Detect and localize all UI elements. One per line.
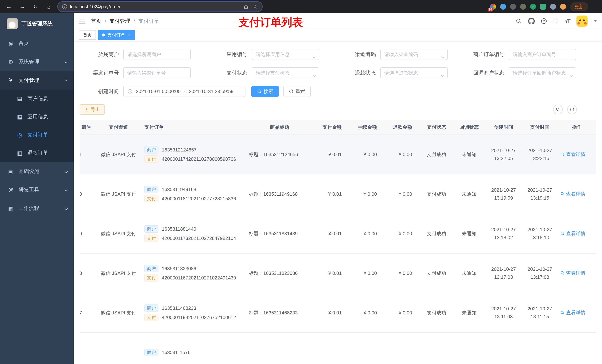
- chevron-down-icon: [64, 207, 68, 210]
- reset-button[interactable]: 重置: [283, 86, 311, 97]
- table-toolbar: 导出: [80, 104, 596, 115]
- extension-icon-2[interactable]: [500, 4, 506, 10]
- pay-badge: 支付: [144, 235, 159, 242]
- extension-icon-7[interactable]: [550, 4, 556, 10]
- fee-amount: ¥ 0.00: [350, 135, 385, 174]
- merchant-order-no: 1635311468233: [162, 305, 196, 311]
- user-avatar[interactable]: [576, 16, 588, 27]
- merchant-order-no: 1635311949168: [162, 187, 196, 192]
- sidebar-item-home[interactable]: ◉ 首页: [0, 34, 74, 52]
- pay-status: 支付成功: [420, 214, 453, 253]
- extension-icon-6[interactable]: [540, 4, 546, 10]
- refund-status-select[interactable]: [380, 67, 448, 78]
- merchant-order-no: 1635312124657: [162, 147, 197, 153]
- share-icon[interactable]: [243, 4, 249, 9]
- table-row: 17 微信 JSAPI 支付 商户1635311468233 支付4200001…: [80, 293, 596, 333]
- sidebar-item-pay-order[interactable]: ◎ 支付订单: [0, 126, 74, 144]
- filter-label: 支付状态: [208, 69, 252, 76]
- filter-label: 退款状态: [336, 69, 380, 76]
- forward-icon[interactable]: →: [18, 2, 27, 11]
- reload-icon[interactable]: ↻: [31, 2, 40, 11]
- monitor-icon: ▣: [7, 168, 14, 175]
- sidebar-item-infra[interactable]: ▣ 基础设施: [0, 162, 74, 180]
- help-icon[interactable]: ?: [541, 18, 547, 24]
- breadcrumb-payment[interactable]: 支付管理: [110, 18, 130, 25]
- close-tab-icon[interactable]: ×: [128, 32, 131, 38]
- site-info-icon[interactable]: i: [62, 4, 67, 9]
- view-detail-link[interactable]: 查看详情: [558, 310, 585, 316]
- pay-channel: 微信 JSAPI 支付: [96, 214, 141, 253]
- refresh-table-button[interactable]: [567, 105, 577, 114]
- sidebar-item-merchant-info[interactable]: ▤ 商户信息: [0, 90, 74, 108]
- sidebar-item-payment[interactable]: ¥ 支付管理: [0, 71, 74, 90]
- browser-update-button[interactable]: 更新: [570, 2, 588, 11]
- breadcrumb-current: 支付订单: [139, 18, 159, 25]
- extension-icon-3[interactable]: [510, 4, 516, 10]
- pay-channel: 微信 JSAPI 支付: [96, 293, 141, 333]
- merchant-badge: 商户: [144, 146, 159, 154]
- pay-amount: ¥ 0.01: [315, 135, 350, 174]
- pay-status: 支付成功: [420, 135, 453, 174]
- back-icon[interactable]: ←: [4, 2, 13, 11]
- tab-home[interactable]: 首页: [79, 30, 96, 40]
- tab-pay-order[interactable]: 支付订单 ×: [98, 30, 135, 40]
- sidebar-item-system[interactable]: ⚙ 系统管理: [0, 52, 74, 71]
- sidebar-collapse-icon[interactable]: [79, 18, 85, 24]
- app-id-select[interactable]: [252, 49, 319, 60]
- pay-status: 支付成功: [420, 174, 453, 214]
- font-size-icon[interactable]: TT: [565, 18, 570, 25]
- pay-order-no: 4200001167202110271022491439: [162, 275, 236, 281]
- breadcrumb-home[interactable]: 首页: [91, 18, 101, 25]
- sidebar-item-workflow[interactable]: ▩ 工作流程: [0, 199, 74, 218]
- extension-icon-8[interactable]: [560, 4, 566, 10]
- notify-status: 未通知: [453, 174, 485, 214]
- fullscreen-icon[interactable]: [553, 18, 559, 24]
- yen-icon: ¥: [7, 77, 14, 83]
- browser-menu-icon[interactable]: ⋮: [592, 4, 598, 10]
- sidebar-item-dev-tools[interactable]: ⚒ 研发工具: [0, 180, 74, 199]
- table-header-row: 编号 支付渠道 支付订单 商品标题 支付金额 手续金额 退款金额 支付状态 回调…: [80, 120, 596, 135]
- filter-row-1: 所属商户 应用编号 渠道编码 商户订单编号: [80, 49, 596, 60]
- orders-table: 编号 支付渠道 支付订单 商品标题 支付金额 手续金额 退款金额 支付状态 回调…: [80, 120, 596, 364]
- extension-icon-4[interactable]: [520, 4, 526, 10]
- sidebar: 芋道管理系统 ◉ 首页 ⚙ 系统管理 ¥ 支付管理 ▤ 商户信息 ▦ 应用信息: [0, 13, 74, 364]
- github-icon[interactable]: [528, 18, 535, 24]
- filter-label: 所属商户: [80, 51, 123, 58]
- pay-order-no: 4200001194202110276752100612: [162, 315, 236, 320]
- chevron-down-icon: [64, 170, 68, 173]
- extension-icon-5[interactable]: ✓: [530, 4, 536, 10]
- extension-icon-1[interactable]: 10: [490, 4, 496, 10]
- channel-order-no-input[interactable]: [123, 67, 191, 78]
- tags-view: 首页 支付订单 ×: [74, 29, 602, 42]
- avatar-dropdown-icon[interactable]: [594, 20, 597, 22]
- view-detail-link[interactable]: 查看详情: [558, 230, 585, 237]
- pay-channel: 微信 JSAPI 支付: [96, 253, 141, 293]
- address-bar[interactable]: i localhost:1024/pay/order ☆: [58, 2, 262, 11]
- url-text: localhost:1024/pay/order: [70, 4, 121, 10]
- table-row: 21 微信 JSAPI 支付 商户1635312124657 支付4200001…: [80, 135, 596, 174]
- merchant-order-no-input[interactable]: [509, 49, 576, 60]
- bookmark-star-icon[interactable]: ☆: [253, 4, 258, 10]
- notify-status-select[interactable]: [509, 67, 576, 78]
- search-button[interactable]: 搜索: [251, 86, 279, 97]
- view-detail-link[interactable]: 查看详情: [558, 270, 585, 276]
- search-toggle-button[interactable]: [553, 105, 563, 114]
- date-range-picker[interactable]: 2021-10-01 00:00:00 - 2021-10-31 23:59:5…: [123, 86, 246, 97]
- pay-order-no: 4200001181202110277723215336: [162, 196, 236, 202]
- sidebar-item-app-info[interactable]: ▦ 应用信息: [0, 108, 74, 126]
- view-detail-link[interactable]: 查看详情: [558, 151, 585, 157]
- pay-badge: 支付: [144, 314, 159, 321]
- chevron-up-icon: [64, 80, 67, 83]
- sidebar-item-refund-order[interactable]: ▥ 退款订单: [0, 144, 74, 162]
- export-button[interactable]: 导出: [80, 104, 105, 115]
- clock-icon: [127, 89, 133, 94]
- channel-code-select[interactable]: [380, 49, 448, 60]
- search-icon: [560, 152, 565, 156]
- merchant-select[interactable]: [123, 49, 191, 60]
- filter-label: 商户订单编号: [465, 51, 509, 58]
- home-icon[interactable]: ⌂: [44, 2, 53, 11]
- navbar-actions: ? TT: [516, 16, 597, 27]
- pay-status-select[interactable]: [252, 67, 319, 78]
- search-icon[interactable]: [516, 18, 522, 24]
- view-detail-link[interactable]: 查看详情: [558, 191, 585, 197]
